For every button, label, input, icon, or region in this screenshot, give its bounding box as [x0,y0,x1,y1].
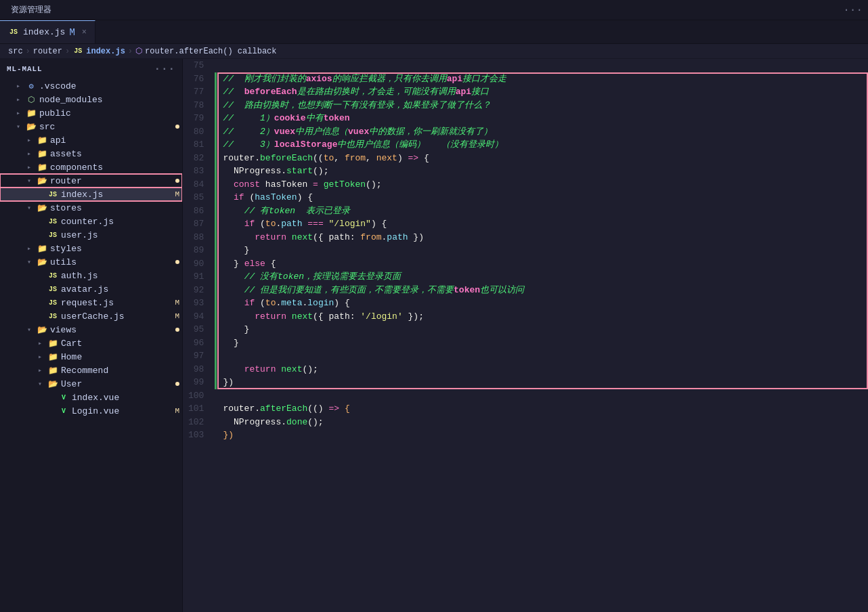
utils-label: utils [50,257,173,267]
views-badge [175,328,179,332]
breadcrumb-sep3: › [128,47,133,56]
router-badge [175,179,179,183]
folder-styles-icon [37,243,47,254]
sidebar-item-components[interactable]: components [0,160,182,174]
breadcrumb-callback[interactable]: router.afterEach() callback [145,47,276,56]
line-80: // 2）vuex中用户信息（vuex中的数据，你一刷新就没有了） [223,125,868,139]
sidebar-item-home[interactable]: Home [0,350,182,364]
sidebar-title: ML-MALL [7,65,42,73]
ln-98: 98 [188,363,204,376]
no-chevron4 [35,271,45,280]
request-js-label: request.js [61,298,172,308]
line-97 [223,349,868,363]
vscode-label: .vscode [39,81,182,91]
sidebar-item-avatar-js[interactable]: JS avatar.js [0,282,182,296]
line-77: // beforeEach是在路由切换时，才会走，可能没有调用api接口 [223,85,868,99]
breadcrumb-router[interactable]: router [33,47,62,56]
line-91: // 没有token，按理说需要去登录页面 [223,270,868,284]
line-89: } [223,244,868,257]
sidebar-item-counter-js[interactable]: JS counter.js [0,215,182,228]
sidebar-item-styles[interactable]: styles [0,242,182,255]
ln-101: 101 [188,402,204,416]
sidebar-item-api[interactable]: api [0,133,182,147]
tab-bar: JS index.js M × [0,20,868,44]
sidebar-item-vscode[interactable]: .vscode [0,79,182,93]
chevron-stores [24,203,34,213]
chevron-utils [24,257,34,267]
title-bar: 资源管理器 ··· [0,0,868,20]
tab-index-js[interactable]: JS index.js M × [0,20,95,43]
sidebar-item-node-modules[interactable]: node_modules [0,93,182,106]
ln-78: 78 [188,99,204,112]
sidebar-dots[interactable]: ··· [154,63,175,75]
chevron-cart [35,338,45,348]
sidebar: ML-MALL ··· .vscode node_modules public … [0,59,183,612]
sidebar-item-index-vue[interactable]: V index.vue [0,391,182,404]
counter-js-icon: JS [47,216,58,227]
styles-label: styles [50,244,182,254]
sidebar-item-recommend[interactable]: Recommend [0,364,182,377]
sidebar-item-stores[interactable]: stores [0,201,182,215]
js-file-icon: JS [47,189,58,200]
ln-97: 97 [188,349,204,363]
sidebar-item-index-js[interactable]: JS index.js M [0,188,182,201]
avatar-js-label: avatar.js [61,284,182,294]
ln-86: 86 [188,204,204,218]
sidebar-item-user-js[interactable]: JS user.js [0,228,182,242]
utils-badge [175,260,179,264]
user-badge [175,382,179,386]
ln-85: 85 [188,191,204,204]
usercache-js-badge: M [175,312,179,320]
line-103: }) [223,429,868,442]
chevron-assets [24,149,34,158]
breadcrumb-src[interactable]: src [8,47,23,56]
sidebar-item-public[interactable]: public [0,106,182,120]
folder-router-icon [37,175,47,186]
breadcrumb-indexjs[interactable]: index.js [86,47,125,56]
ln-92: 92 [188,284,204,297]
chevron-public [14,108,23,118]
sidebar-item-cart[interactable]: Cart [0,336,182,350]
tab-modified: M [69,27,74,38]
no-chevron7 [35,311,45,321]
sidebar-item-usercache-js[interactable]: JS userCache.js M [0,309,182,323]
sidebar-item-assets[interactable]: assets [0,147,182,160]
ln-100: 100 [188,389,204,403]
ln-80: 80 [188,125,204,139]
ln-95: 95 [188,323,204,336]
sidebar-item-user[interactable]: User [0,377,182,391]
code-col[interactable]: // 刚才我们封装的axios的响应拦截器，只有你去调用api接口才会走 // … [217,59,868,612]
sidebar-item-auth-js[interactable]: JS auth.js [0,269,182,282]
assets-label: assets [50,149,182,159]
title-bar-dots[interactable]: ··· [843,4,863,16]
home-label: Home [61,352,182,362]
login-vue-badge: M [175,407,179,415]
sidebar-item-router[interactable]: router [0,174,182,188]
breadcrumb: src › router › JS index.js › ⬡ router.af… [0,44,868,59]
sidebar-item-login-vue[interactable]: V Login.vue M [0,404,182,418]
folder-public-icon [26,108,37,118]
sidebar-item-src[interactable]: src [0,120,182,133]
line-76: // 刚才我们封装的axios的响应拦截器，只有你去调用api接口才会走 [223,72,868,86]
chevron-views [24,325,34,334]
ln-81: 81 [188,138,204,152]
auth-js-icon: JS [47,270,58,281]
stores-label: stores [50,203,182,213]
sidebar-item-utils[interactable]: utils [0,255,182,269]
breadcrumb-symbol-icon: ⬡ [135,46,142,56]
ln-90: 90 [188,257,204,271]
tab-filename: index.js [23,27,65,37]
sidebar-item-request-js[interactable]: JS request.js M [0,296,182,309]
folder-home-icon [47,351,58,362]
line-90: } else { [223,257,868,271]
tab-close[interactable]: × [82,28,87,37]
breadcrumb-js-icon: JS [72,46,83,57]
ln-93: 93 [188,297,204,310]
line-88: return next({ path: from.path }) [223,231,868,244]
sidebar-item-views[interactable]: views [0,323,182,336]
index-vue-icon: V [58,392,69,403]
user-label: User [61,379,173,389]
chevron-recommend [35,366,45,375]
editor[interactable]: 75 76 77 78 79 80 81 82 83 84 85 86 87 8… [183,59,868,612]
public-label: public [39,108,182,118]
